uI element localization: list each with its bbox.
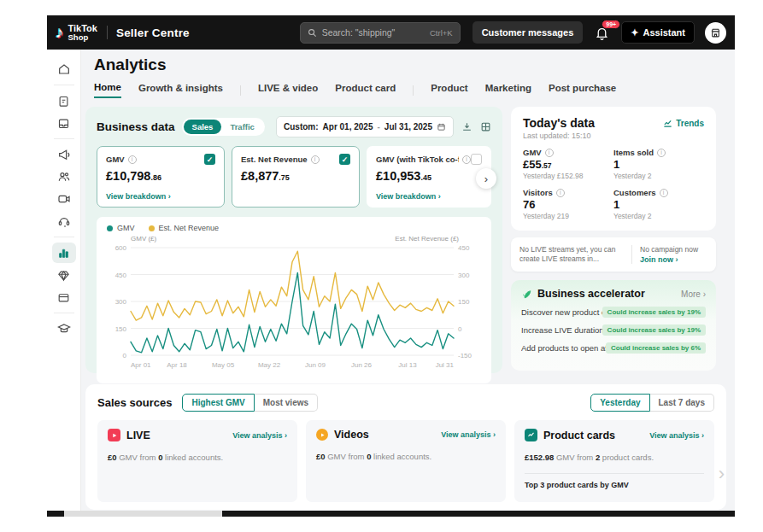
seller-centre-title: Seller Centre (116, 26, 190, 39)
metric-cards-next-button[interactable]: › (476, 168, 496, 189)
home-icon (57, 62, 71, 76)
tiktok-logo-icon[interactable]: ♪ (56, 23, 64, 42)
notifications-button[interactable]: 99+ (595, 26, 609, 40)
sidebar-item-live-video[interactable] (52, 189, 76, 209)
sidebar-item-customer-service[interactable] (52, 211, 76, 231)
toggle-traffic[interactable]: Traffic (221, 120, 263, 134)
accelerator-title: Business accelerator (537, 288, 681, 300)
sales-scroll-next-icon[interactable]: › (719, 463, 725, 485)
info-icon[interactable]: i (462, 155, 471, 164)
sidebar-item-analytics[interactable] (52, 243, 76, 263)
table-view-button[interactable] (480, 121, 491, 132)
tab-growth-insights[interactable]: Growth & insights (138, 83, 223, 97)
shop-avatar[interactable] (705, 22, 726, 44)
tab-product-card[interactable]: Product card (335, 83, 396, 97)
bar-chart-icon (57, 247, 70, 260)
metric-value: £10,798 (106, 169, 150, 183)
search-icon (308, 28, 317, 38)
tab-marketing[interactable]: Marketing (485, 83, 531, 97)
svg-text:Apr 01: Apr 01 (131, 361, 151, 369)
assistant-button[interactable]: ✦ Assistant (621, 21, 695, 44)
legend-gmv[interactable]: GMV (107, 224, 135, 232)
svg-text:600: 600 (115, 244, 127, 252)
source-name: LIVE (126, 430, 226, 441)
metric-checkbox-unchecked[interactable] (471, 154, 482, 165)
business-data-card: Business data Sales Traffic Custom: Apr … (85, 107, 502, 373)
metric-value-decimals: .75 (279, 173, 290, 182)
metric-value-decimals: .57 (542, 161, 552, 170)
sidebar-item-products[interactable] (52, 113, 76, 133)
metric-checkbox-checked[interactable]: ✓ (204, 154, 215, 165)
period-yesterday-button[interactable]: Yesterday (590, 394, 649, 412)
legend-est-net-revenue[interactable]: Est. Net Revenue (149, 224, 220, 232)
horizontal-scrollbar[interactable] (47, 511, 735, 517)
metric-checkbox-checked[interactable]: ✓ (339, 154, 350, 165)
view-breakdown-link[interactable]: View breakdown › (376, 192, 441, 201)
date-range-start: Apr 01, 2025 (323, 122, 373, 132)
left-axis-label: GMV (£) (131, 235, 156, 243)
metric-label: GMV (106, 155, 125, 164)
tab-home[interactable]: Home (94, 82, 121, 98)
svg-text:Apr 18: Apr 18 (167, 361, 187, 369)
sidebar (47, 50, 81, 517)
info-icon[interactable]: i (128, 155, 137, 164)
page-title: Analytics (94, 56, 166, 74)
sidebar-item-affiliate[interactable] (52, 167, 76, 187)
view-analysis-link[interactable]: View analysis › (441, 430, 496, 439)
megaphone-icon (57, 148, 71, 161)
accelerator-row[interactable]: Increase LIVE duration Could increase sa… (521, 324, 706, 336)
todays-data-card: Today's data Trends Last updated: 15:10 … (511, 107, 716, 231)
sort-most-views-button[interactable]: Most views (255, 394, 318, 412)
customer-messages-button[interactable]: Customer messages (472, 21, 584, 44)
accelerator-row[interactable]: Discover new product op... Could increas… (521, 307, 706, 318)
calendar-icon (437, 122, 446, 132)
info-icon[interactable]: i (657, 149, 666, 157)
metric-card-est-net-revenue[interactable]: Est. Net Revenue i ✓ £8,877.75 (232, 146, 360, 208)
more-link[interactable]: More › (681, 289, 706, 299)
source-card-product-cards: Product cards View analysis › £152.98 GM… (514, 420, 714, 502)
scrollbar-thumb[interactable] (64, 511, 222, 517)
metric-card-gmv[interactable]: GMV i ✓ £10,798.86 View breakdown › (97, 146, 225, 208)
info-icon[interactable]: i (311, 155, 320, 164)
info-icon[interactable]: i (556, 189, 565, 197)
join-now-link[interactable]: Join now › (640, 255, 698, 264)
source-stat: £152.98 GMV from 2 product cards. (525, 453, 704, 462)
toggle-sales[interactable]: Sales (184, 120, 222, 134)
sort-highest-gmv-button[interactable]: Highest GMV (182, 394, 254, 412)
sidebar-item-marketing[interactable] (52, 144, 76, 165)
search-input[interactable]: Search: "shipping" Ctrl+K (300, 22, 461, 44)
view-breakdown-link[interactable]: View breakdown › (106, 192, 171, 201)
metric-label: Customers (613, 188, 656, 197)
sales-sources-title: Sales sources (97, 396, 172, 409)
yesterday-value: Yesterday 2 (613, 172, 704, 180)
live-icon (108, 429, 120, 441)
tab-post-purchase[interactable]: Post purchase (549, 83, 616, 97)
view-analysis-link[interactable]: View analysis › (649, 431, 704, 440)
tiktok-shop-brand[interactable]: TikTok Shop (68, 24, 97, 42)
right-axis-label: Est. Net Revenue (£) (395, 235, 459, 243)
info-icon[interactable]: i (545, 149, 554, 157)
tab-live-video[interactable]: LIVE & video (258, 83, 318, 97)
accelerator-label: Increase LIVE duration (521, 325, 602, 335)
view-analysis-link[interactable]: View analysis › (232, 431, 287, 440)
info-icon[interactable]: i (660, 189, 668, 197)
legend-gmv-label: GMV (117, 224, 135, 232)
increase-badge: Could increase sales by 19% (602, 324, 706, 336)
accelerator-row[interactable]: Add products to open affi... Could incre… (521, 342, 706, 354)
sidebar-item-orders[interactable] (52, 91, 76, 111)
metric-value: 1 (613, 158, 619, 171)
svg-text:150: 150 (458, 298, 470, 306)
sparkle-icon: ✦ (631, 27, 638, 38)
period-last-7-days-button[interactable]: Last 7 days (650, 394, 714, 412)
svg-text:150: 150 (115, 325, 127, 333)
sidebar-item-academy[interactable] (52, 319, 76, 339)
sidebar-item-rewards[interactable] (52, 265, 76, 285)
date-range-picker[interactable]: Custom: Apr 01, 2025 - Jul 31, 2025 (276, 116, 454, 137)
download-button[interactable] (461, 121, 472, 132)
tab-product[interactable]: Product (431, 83, 467, 97)
metric-card-gmv-cofunded[interactable]: GMV (with TikTok co-fun... i £10,953.45 … (367, 146, 491, 208)
tab-separator (240, 85, 241, 96)
trends-link[interactable]: Trends (663, 119, 704, 128)
sidebar-item-finance[interactable] (52, 287, 76, 307)
sidebar-item-home[interactable] (52, 59, 76, 79)
